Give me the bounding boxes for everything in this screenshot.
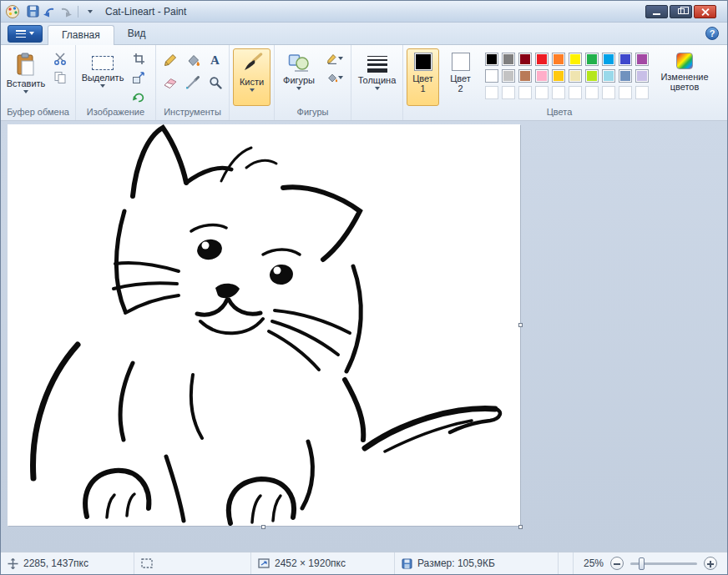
line-thickness-icon [367,56,387,73]
palette-swatch[interactable] [502,53,515,66]
zoom-in-button[interactable] [704,557,717,570]
status-bar: 2285, 1437пкс 2452 × 1920пкс Размер: 105… [1,552,727,574]
brushes-label: Кисти [240,77,264,87]
chevron-down-icon [88,10,93,16]
eraser-tool-button[interactable] [160,73,180,93]
palette-swatch[interactable] [569,53,582,66]
fill-tool-button[interactable] [183,50,203,70]
palette-swatch[interactable] [585,69,599,83]
chevron-down-icon [338,76,343,82]
paste-button[interactable]: Вставить [4,48,48,106]
zoom-slider-track[interactable] [630,562,697,565]
color2-button[interactable]: Цвет 2 [444,48,477,106]
color1-button[interactable]: Цвет 1 [407,48,439,106]
undo-button[interactable] [41,4,58,19]
canvas-scroll-area[interactable] [1,121,727,553]
group-label-image: Изображение [76,106,155,120]
tab-home[interactable]: Главная [48,25,114,45]
zoom-level-value: 25% [584,557,604,569]
text-tool-button[interactable]: A [205,50,225,70]
palette-swatch[interactable] [502,69,515,83]
cursor-position-icon [8,558,18,569]
color1-label: Цвет 1 [410,73,437,93]
resize-icon [132,72,145,84]
shapes-icon [288,53,310,73]
palette-swatch[interactable] [552,53,565,66]
redo-button[interactable] [58,4,74,19]
palette-swatch[interactable] [602,53,615,66]
shapes-button[interactable]: Фигуры [278,48,320,106]
palette-swatch[interactable] [485,53,498,66]
cut-button[interactable] [50,50,70,67]
palette-swatch-empty[interactable] [602,86,615,99]
minimize-button[interactable] [645,5,668,18]
select-button[interactable]: Выделить [79,48,126,106]
file-size-disk-icon [402,558,412,569]
drawing-canvas[interactable] [8,124,520,526]
file-menu-button[interactable] [8,25,43,43]
close-button[interactable] [694,5,716,18]
pencil-tool-button[interactable] [160,50,180,70]
paint-window: Cat-Lineart - Paint Главная Вид ? [0,0,728,575]
palette-swatch-empty[interactable] [502,86,515,99]
resize-button[interactable] [129,69,149,86]
size-button[interactable]: Толщина [355,48,399,106]
palette-swatch[interactable] [619,69,632,83]
palette-swatch[interactable] [635,69,649,83]
palette-swatch-empty[interactable] [535,86,549,99]
save-button[interactable] [24,4,41,19]
canvas-resize-handle-right[interactable] [518,323,523,327]
rotate-button[interactable] [129,88,149,105]
palette-swatch[interactable] [518,69,532,83]
color-picker-tool-button[interactable] [183,73,203,93]
palette-swatch-empty[interactable] [569,86,582,99]
copy-button[interactable] [50,69,70,86]
chevron-down-icon [29,32,34,38]
brushes-button[interactable]: Кисти [233,48,270,106]
zoom-controls: 25% [573,552,727,574]
zoom-out-button[interactable] [610,557,624,570]
help-button[interactable]: ? [705,27,719,40]
shape-fill-button[interactable] [322,69,347,86]
magnifier-tool-button[interactable] [205,73,225,93]
outline-pencil-icon [326,53,338,64]
palette-swatch[interactable] [552,69,565,83]
color-palette [485,53,649,106]
ribbon: Вставить [1,44,727,121]
brush-icon [241,53,263,74]
palette-swatch[interactable] [585,53,599,66]
paste-label: Вставить [7,78,46,88]
minimize-icon [653,13,660,15]
crop-button[interactable] [129,50,149,67]
pencil-icon [163,53,177,68]
rotate-icon [132,91,145,103]
palette-swatch-empty[interactable] [585,86,599,99]
palette-swatch-empty[interactable] [635,86,649,99]
shape-outline-button[interactable] [322,50,347,67]
group-brushes: Кисти [230,45,275,120]
edit-colors-button[interactable]: Изменение цветов [657,48,712,106]
quick-access-toolbar-menu[interactable] [82,4,99,19]
palette-swatch[interactable] [485,69,498,83]
palette-swatch[interactable] [535,69,549,83]
palette-swatch[interactable] [635,53,649,66]
chevron-down-icon [250,88,255,94]
restore-button[interactable] [670,5,692,18]
palette-swatch-empty[interactable] [518,86,532,99]
palette-swatch[interactable] [535,53,549,66]
minus-icon [614,563,620,565]
palette-swatch[interactable] [619,53,632,66]
zoom-slider-thumb[interactable] [639,557,645,570]
tab-view[interactable]: Вид [114,24,159,44]
canvas-resize-handle-corner[interactable] [518,525,523,529]
palette-swatch[interactable] [569,69,582,83]
palette-swatch[interactable] [602,69,615,83]
palette-swatch-empty[interactable] [552,86,565,99]
palette-swatch[interactable] [518,53,532,66]
canvas-resize-handle-bottom[interactable] [261,525,265,529]
cat-lineart-drawing [8,124,520,526]
palette-swatch-empty[interactable] [485,86,498,99]
cursor-position-value: 2285, 1437пкс [23,557,88,569]
palette-swatch-empty[interactable] [619,86,632,99]
group-colors: Цвет 1 Цвет 2 Изменение цветов Цвета [403,45,715,120]
